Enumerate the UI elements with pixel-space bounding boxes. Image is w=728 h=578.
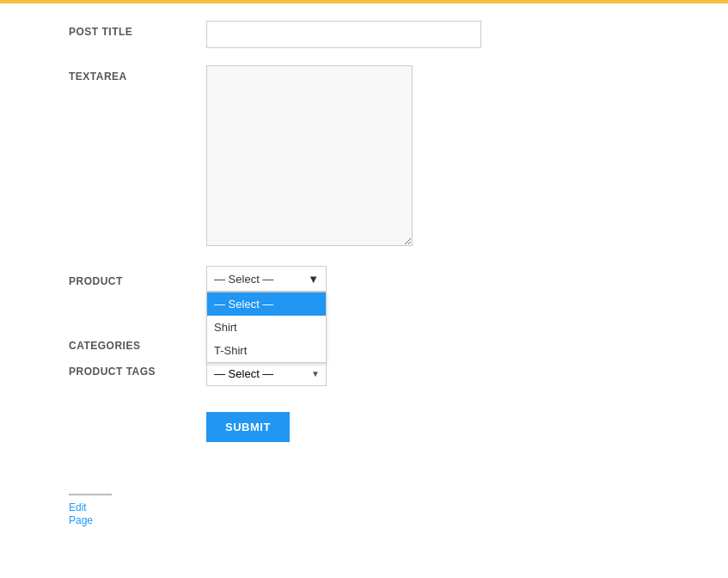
post-title-field [206, 21, 659, 48]
post-title-input[interactable] [206, 21, 481, 48]
edit-page-section: Edit Page [69, 494, 112, 526]
product-tags-label: PRODUCT TAGS [69, 360, 206, 378]
dropdown-item-tshirt[interactable]: T-Shirt [207, 339, 326, 362]
product-dropdown-container: — Select — ▼ — Select — Shirt T-Shirt [206, 266, 327, 292]
textarea-row: TEXTAREA [69, 65, 659, 249]
post-title-row: POST TITLE [69, 21, 659, 48]
product-select-arrow: ▼ [308, 273, 319, 286]
edit-page-link[interactable]: Edit Page [69, 501, 93, 526]
submit-row: SUBMIT [69, 403, 659, 442]
product-tags-select-wrapper: — Select — ▼ [206, 360, 327, 386]
form-container: POST TITLE TEXTAREA PRODUCT — Select — [0, 3, 728, 477]
product-row: PRODUCT — Select — ▼ — Select — Shirt T-… [69, 266, 327, 292]
categories-label: CATEGORIES [69, 335, 206, 352]
product-tags-field: — Select — ▼ [206, 360, 659, 386]
dropdown-item-shirt[interactable]: Shirt [207, 316, 326, 339]
textarea-field [206, 65, 659, 249]
page-container: POST TITLE TEXTAREA PRODUCT — Select — [0, 0, 728, 526]
product-categories-group: PRODUCT — Select — ▼ — Select — Shirt T-… [69, 266, 659, 352]
content-textarea[interactable] [206, 65, 413, 246]
product-label: PRODUCT [69, 270, 206, 287]
post-title-label: POST TITLE [69, 21, 206, 38]
product-tags-select[interactable]: — Select — [206, 360, 327, 386]
product-dropdown-list: — Select — Shirt T-Shirt [206, 292, 327, 363]
product-select-value: — Select — [214, 273, 273, 286]
product-tags-row: PRODUCT TAGS — Select — ▼ [69, 360, 659, 386]
submit-button[interactable]: SUBMIT [206, 412, 290, 442]
textarea-label: TEXTAREA [69, 65, 206, 83]
dropdown-item-select[interactable]: — Select — [207, 292, 326, 316]
product-select-trigger[interactable]: — Select — ▼ [206, 266, 327, 292]
